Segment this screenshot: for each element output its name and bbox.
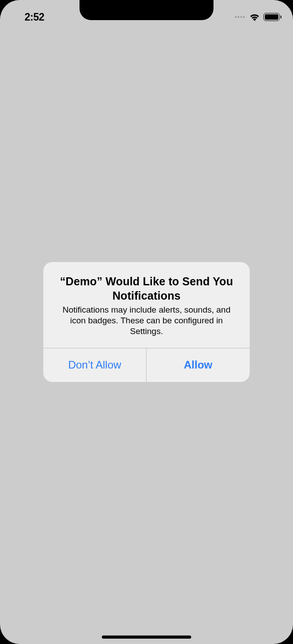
phone-screen: 2:52 “Demo” Would Like to Send You Notif… (0, 0, 293, 644)
status-right-group (235, 10, 280, 21)
battery-icon (264, 13, 280, 21)
alert-body: “Demo” Would Like to Send You Notificati… (43, 262, 250, 347)
wifi-icon (249, 13, 260, 21)
alert-title: “Demo” Would Like to Send You Notificati… (53, 275, 240, 303)
alert-button-row: Don’t Allow Allow (43, 348, 250, 382)
dont-allow-button[interactable]: Don’t Allow (43, 348, 146, 382)
allow-button[interactable]: Allow (146, 348, 250, 382)
alert-message: Notifications may include alerts, sounds… (53, 305, 240, 337)
status-time: 2:52 (13, 8, 44, 23)
alert-container: “Demo” Would Like to Send You Notificati… (0, 0, 293, 644)
home-indicator[interactable] (102, 636, 191, 639)
cellular-dots-icon (235, 16, 245, 18)
notification-permission-alert: “Demo” Would Like to Send You Notificati… (43, 262, 250, 381)
device-notch (80, 0, 213, 20)
